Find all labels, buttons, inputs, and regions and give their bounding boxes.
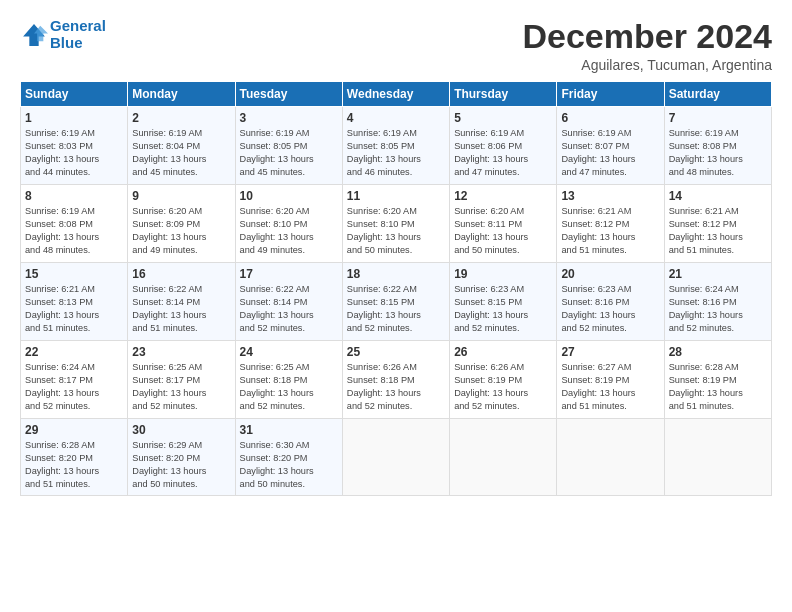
day-info-line: Daylight: 13 hours: [454, 232, 528, 242]
day-info-line: Sunset: 8:12 PM: [561, 219, 629, 229]
subtitle: Aguilares, Tucuman, Argentina: [522, 57, 772, 73]
day-number: 10: [240, 189, 338, 203]
day-info-line: Daylight: 13 hours: [669, 154, 743, 164]
day-info: Sunrise: 6:19 AMSunset: 8:04 PMDaylight:…: [132, 127, 230, 179]
day-number: 8: [25, 189, 123, 203]
day-number: 29: [25, 423, 123, 437]
day-info-line: and 52 minutes.: [347, 401, 412, 411]
day-info: Sunrise: 6:20 AMSunset: 8:11 PMDaylight:…: [454, 205, 552, 257]
day-info-line: and 52 minutes.: [132, 401, 197, 411]
day-info-line: Daylight: 13 hours: [240, 154, 314, 164]
day-info-line: and 52 minutes.: [561, 323, 626, 333]
day-info: Sunrise: 6:27 AMSunset: 8:19 PMDaylight:…: [561, 361, 659, 413]
day-info-line: Sunrise: 6:25 AM: [240, 362, 310, 372]
table-row: 16Sunrise: 6:22 AMSunset: 8:14 PMDayligh…: [128, 263, 235, 341]
day-info: Sunrise: 6:21 AMSunset: 8:12 PMDaylight:…: [669, 205, 767, 257]
header-row: Sunday Monday Tuesday Wednesday Thursday…: [21, 82, 772, 107]
table-row: 22Sunrise: 6:24 AMSunset: 8:17 PMDayligh…: [21, 341, 128, 419]
day-info-line: Sunset: 8:03 PM: [25, 141, 93, 151]
month-title: December 2024: [522, 18, 772, 55]
table-row: 18Sunrise: 6:22 AMSunset: 8:15 PMDayligh…: [342, 263, 449, 341]
day-number: 28: [669, 345, 767, 359]
table-row: 9Sunrise: 6:20 AMSunset: 8:09 PMDaylight…: [128, 185, 235, 263]
day-info-line: and 51 minutes.: [25, 479, 90, 489]
day-info-line: and 50 minutes.: [240, 479, 305, 489]
day-info-line: Sunset: 8:18 PM: [347, 375, 415, 385]
day-info-line: Daylight: 13 hours: [669, 232, 743, 242]
day-info-line: Sunset: 8:10 PM: [347, 219, 415, 229]
day-info: Sunrise: 6:22 AMSunset: 8:14 PMDaylight:…: [240, 283, 338, 335]
logo-icon: [20, 21, 48, 49]
day-info-line: Sunset: 8:16 PM: [669, 297, 737, 307]
day-info-line: Sunrise: 6:30 AM: [240, 440, 310, 450]
day-info-line: Sunrise: 6:22 AM: [240, 284, 310, 294]
day-number: 16: [132, 267, 230, 281]
day-info-line: Sunrise: 6:22 AM: [347, 284, 417, 294]
day-info: Sunrise: 6:19 AMSunset: 8:08 PMDaylight:…: [25, 205, 123, 257]
logo-text: General Blue: [50, 18, 106, 51]
day-info-line: and 52 minutes.: [347, 323, 412, 333]
day-info-line: Daylight: 13 hours: [132, 388, 206, 398]
day-info-line: Daylight: 13 hours: [347, 232, 421, 242]
day-info: Sunrise: 6:30 AMSunset: 8:20 PMDaylight:…: [240, 439, 338, 491]
day-info: Sunrise: 6:28 AMSunset: 8:19 PMDaylight:…: [669, 361, 767, 413]
day-info-line: Daylight: 13 hours: [132, 310, 206, 320]
day-info-line: and 51 minutes.: [561, 401, 626, 411]
table-row: 3Sunrise: 6:19 AMSunset: 8:05 PMDaylight…: [235, 107, 342, 185]
day-number: 25: [347, 345, 445, 359]
day-info-line: Sunset: 8:13 PM: [25, 297, 93, 307]
day-info-line: and 49 minutes.: [132, 245, 197, 255]
day-info-line: Daylight: 13 hours: [25, 310, 99, 320]
day-info-line: Daylight: 13 hours: [347, 310, 421, 320]
day-number: 1: [25, 111, 123, 125]
day-info-line: Sunset: 8:20 PM: [132, 453, 200, 463]
day-info: Sunrise: 6:19 AMSunset: 8:08 PMDaylight:…: [669, 127, 767, 179]
col-thursday: Thursday: [450, 82, 557, 107]
day-info-line: Sunrise: 6:25 AM: [132, 362, 202, 372]
col-monday: Monday: [128, 82, 235, 107]
day-number: 27: [561, 345, 659, 359]
day-info: Sunrise: 6:24 AMSunset: 8:17 PMDaylight:…: [25, 361, 123, 413]
table-row: 2Sunrise: 6:19 AMSunset: 8:04 PMDaylight…: [128, 107, 235, 185]
day-info: Sunrise: 6:22 AMSunset: 8:15 PMDaylight:…: [347, 283, 445, 335]
day-info-line: Sunrise: 6:21 AM: [561, 206, 631, 216]
day-info: Sunrise: 6:28 AMSunset: 8:20 PMDaylight:…: [25, 439, 123, 491]
day-info-line: Daylight: 13 hours: [347, 388, 421, 398]
day-info: Sunrise: 6:24 AMSunset: 8:16 PMDaylight:…: [669, 283, 767, 335]
day-info-line: Sunrise: 6:28 AM: [25, 440, 95, 450]
day-info-line: Daylight: 13 hours: [240, 310, 314, 320]
table-row: [664, 419, 771, 496]
day-info-line: Daylight: 13 hours: [561, 154, 635, 164]
day-info-line: and 44 minutes.: [25, 167, 90, 177]
day-number: 17: [240, 267, 338, 281]
logo-general: General: [50, 17, 106, 34]
day-info: Sunrise: 6:21 AMSunset: 8:13 PMDaylight:…: [25, 283, 123, 335]
day-info: Sunrise: 6:19 AMSunset: 8:07 PMDaylight:…: [561, 127, 659, 179]
day-number: 20: [561, 267, 659, 281]
day-info: Sunrise: 6:26 AMSunset: 8:18 PMDaylight:…: [347, 361, 445, 413]
day-info-line: Sunrise: 6:23 AM: [561, 284, 631, 294]
day-info-line: Sunrise: 6:26 AM: [454, 362, 524, 372]
day-info-line: Sunrise: 6:19 AM: [561, 128, 631, 138]
day-info-line: Sunrise: 6:24 AM: [669, 284, 739, 294]
day-info-line: Sunset: 8:19 PM: [454, 375, 522, 385]
day-number: 5: [454, 111, 552, 125]
day-info-line: Sunrise: 6:20 AM: [454, 206, 524, 216]
day-info-line: Daylight: 13 hours: [669, 310, 743, 320]
day-info-line: Daylight: 13 hours: [454, 388, 528, 398]
table-row: 23Sunrise: 6:25 AMSunset: 8:17 PMDayligh…: [128, 341, 235, 419]
day-info-line: Daylight: 13 hours: [25, 466, 99, 476]
day-info-line: and 51 minutes.: [132, 323, 197, 333]
logo-blue: Blue: [50, 34, 83, 51]
header: General Blue December 2024 Aguilares, Tu…: [20, 18, 772, 73]
day-info-line: Daylight: 13 hours: [240, 232, 314, 242]
day-number: 12: [454, 189, 552, 203]
table-row: 7Sunrise: 6:19 AMSunset: 8:08 PMDaylight…: [664, 107, 771, 185]
day-info-line: Sunrise: 6:19 AM: [454, 128, 524, 138]
day-info-line: and 50 minutes.: [454, 245, 519, 255]
day-info-line: and 51 minutes.: [561, 245, 626, 255]
day-info-line: Daylight: 13 hours: [240, 466, 314, 476]
table-row: 6Sunrise: 6:19 AMSunset: 8:07 PMDaylight…: [557, 107, 664, 185]
day-info-line: Sunrise: 6:19 AM: [347, 128, 417, 138]
page: General Blue December 2024 Aguilares, Tu…: [0, 0, 792, 612]
